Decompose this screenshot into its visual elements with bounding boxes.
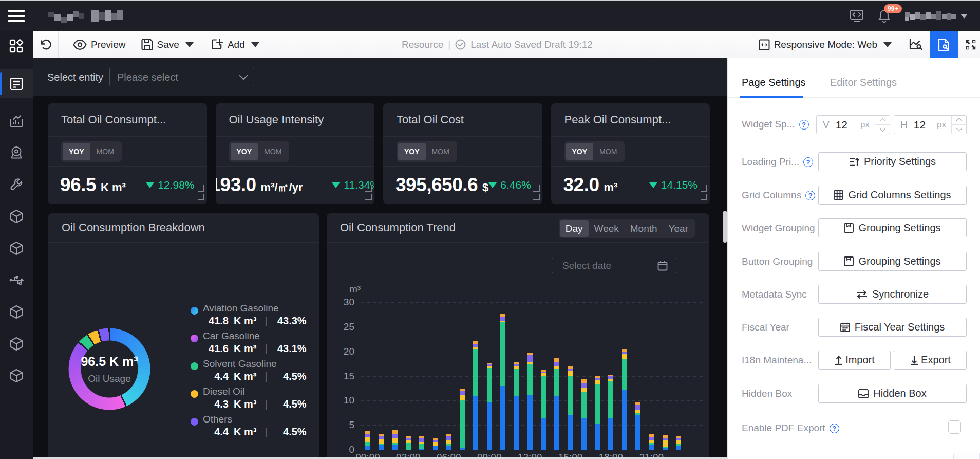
fullscreen-button[interactable] [965, 39, 976, 50]
kpi-toggle-mom[interactable]: MOM [426, 143, 456, 160]
sidebar-item-models-5[interactable] [0, 362, 33, 389]
grid-columns-help-icon[interactable]: ? [805, 191, 815, 200]
bar-segment-green [581, 392, 587, 418]
h-prefix: H [900, 119, 908, 131]
add-button[interactable]: Add [211, 39, 259, 51]
bar-segment-green [473, 349, 478, 396]
resize-handle-icon[interactable] [198, 185, 204, 203]
widget-spacing-help-icon[interactable]: ? [799, 120, 809, 130]
v-step-down[interactable] [875, 125, 890, 134]
bar-segment-green [514, 369, 519, 396]
kpi-toggle-yoy[interactable]: YOY [231, 143, 258, 160]
legend-item[interactable]: Car Gasoline41.6K m³|43.1% [191, 331, 307, 359]
notification-badge: 99+ [884, 4, 902, 13]
sidebar-item-tools[interactable] [0, 171, 33, 198]
v-step-up[interactable] [875, 116, 890, 125]
synchronize-button[interactable]: Synchronize [818, 285, 967, 304]
workspace-monitor-icon[interactable] [850, 10, 863, 22]
tab-page-settings[interactable]: Page Settings [742, 77, 806, 88]
pdf-export-help-icon[interactable]: ? [830, 424, 839, 433]
bar-segment-violet [514, 364, 519, 366]
metadata-sync-label: Metadata Sync [742, 289, 807, 300]
bar-segment-green [676, 444, 681, 446]
hidden-box-button[interactable]: Hidden Box [818, 384, 967, 403]
user-caret-icon [960, 14, 968, 19]
kpi-card[interactable]: Peak Oil Consumpt... YOYMOM 32.0m³ 14.15… [551, 103, 710, 204]
sidebar-item-monitoring[interactable] [0, 139, 33, 166]
legend-item[interactable]: Aviation Gasoline41.8K m³|43.3% [191, 303, 307, 331]
legend-item[interactable]: Diesel Oil4.3K m³|4.5% [191, 387, 307, 414]
legend-value: 4.4K m³|4.5% [203, 426, 307, 438]
kpi-title: Peak Oil Consumpt... [551, 103, 710, 137]
save-caret-icon [185, 42, 194, 47]
resize-handle-icon[interactable] [365, 185, 372, 203]
widget-grouping-settings-button[interactable]: Grouping Settings [818, 218, 967, 237]
kpi-card[interactable]: Total Oil Cost YOYMOM 395,650.6$ 6.46% [383, 103, 542, 204]
h-step-up[interactable] [952, 116, 966, 125]
i18n-import-button[interactable]: Import [818, 351, 891, 370]
resize-handle-icon[interactable] [533, 185, 540, 203]
analytics-view-button[interactable] [909, 38, 923, 51]
tab-editor-settings[interactable]: Editor Settings [830, 77, 897, 88]
legend-value: 41.6K m³|43.1% [203, 343, 307, 355]
legend-item[interactable]: Solvent Gasoline4.4K m³|4.5% [191, 359, 307, 387]
h-step-down[interactable] [952, 125, 966, 134]
grouping-box-icon [844, 223, 854, 233]
grid-columns-settings-button[interactable]: Grid Columns Settings [818, 186, 967, 205]
kpi-toggle-yoy[interactable]: YOY [63, 143, 90, 160]
sidebar-item-models-4[interactable] [0, 331, 33, 357]
bar-segment-orange [635, 402, 640, 405]
horizontal-spacing-stepper[interactable]: H 12 px [894, 115, 967, 134]
sidebar-item-analytics[interactable] [0, 107, 33, 134]
resize-handle-icon[interactable] [701, 185, 707, 203]
sidebar-item-models-2[interactable] [0, 235, 33, 262]
kpi-toggle-yoy[interactable]: YOY [398, 143, 426, 160]
kpi-toggle-mom[interactable]: MOM [258, 143, 288, 160]
oil-consumption-breakdown-card[interactable]: Oil Consumption Breakdown 96.5 K m³ Oil … [48, 213, 319, 459]
kpi-value-group: 395,650.6$ [395, 174, 488, 196]
kpi-card[interactable]: Total Oil Consumpt... YOYMOM 96.5K m³ 12… [48, 103, 207, 204]
save-button[interactable]: Save [141, 39, 194, 50]
kpi-card[interactable]: Oil Usage Intensity YOYMOM 193.0m³/㎡/yr … [216, 103, 375, 204]
notifications-bell-icon[interactable]: 99+ [878, 9, 891, 23]
fiscal-year-settings-button[interactable]: Fiscal Year Settings [818, 318, 967, 337]
oil-consumption-trend-card[interactable]: Oil Consumption Trend DayWeekMonthYear S… [327, 213, 709, 459]
legend-name: Solvent Gasoline [203, 359, 307, 369]
legend-dot [191, 390, 198, 398]
bar-segment-blue [568, 415, 573, 450]
canvas-vertical-scrollbar[interactable] [723, 211, 727, 243]
kpi-toggle-yoy[interactable]: YOY [566, 143, 594, 160]
bar-segment-orange [433, 438, 438, 440]
select-entity-dropdown[interactable]: Please select [109, 68, 254, 86]
button-grouping-settings-label: Grouping Settings [858, 255, 940, 267]
button-grouping-settings-button[interactable]: Grouping Settings [818, 252, 967, 271]
sidebar-item-dashboard[interactable] [0, 33, 33, 60]
kpi-toggle-mom[interactable]: MOM [593, 143, 623, 160]
loading-priority-help-icon[interactable]: ? [803, 157, 813, 167]
i18n-export-button[interactable]: Export [894, 351, 967, 370]
gridline [361, 327, 705, 327]
sidebar-item-connections[interactable] [0, 267, 33, 293]
pdf-export-checkbox[interactable] [948, 420, 961, 434]
bar-segment-orange [406, 436, 411, 437]
hamburger-menu-icon[interactable] [0, 1, 33, 31]
bar-segment-green [406, 443, 411, 449]
user-menu[interactable] [905, 10, 968, 22]
sidebar-item-pages[interactable] [0, 69, 33, 98]
priority-settings-button[interactable]: Priority Settings [818, 152, 967, 171]
page-preview-mode-button[interactable] [930, 31, 958, 58]
responsive-mode-selector[interactable]: Responsive Mode: Web [759, 39, 892, 50]
sidebar-item-models-3[interactable] [0, 299, 33, 325]
settings-tabs: Page Settings Editor Settings [728, 58, 980, 98]
preview-label: Preview [91, 39, 126, 50]
sidebar-item-models-1[interactable] [0, 203, 33, 230]
bar-segment-violet [379, 436, 384, 439]
y-tick-label: 30 [330, 297, 354, 308]
undo-button[interactable] [40, 39, 52, 50]
vertical-spacing-stepper[interactable]: V 12 px [816, 115, 890, 134]
preview-button[interactable]: Preview [73, 39, 126, 50]
autosave-check-icon [455, 39, 466, 50]
kpi-toggle-mom[interactable]: MOM [90, 143, 120, 160]
legend-item[interactable]: Others4.4K m³|4.5% [191, 414, 307, 442]
bar-segment-violet [663, 438, 668, 440]
